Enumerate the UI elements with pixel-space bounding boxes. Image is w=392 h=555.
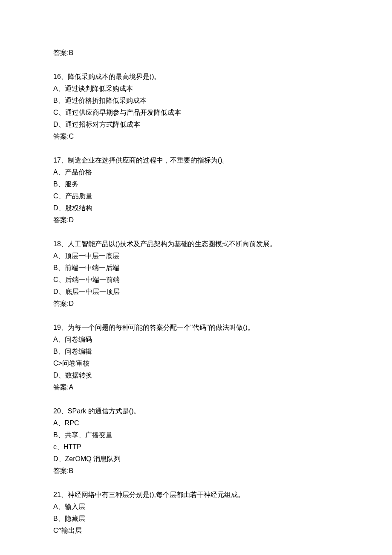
option-b: B、通过价格折扣降低采购成本 [53, 95, 339, 107]
option-c: C、后端一中端一前端 [53, 274, 339, 286]
option-c: C、通过供应商早期参与产品开发降低成本 [53, 107, 339, 119]
question-19: 19、为每一个问题的每种可能的答案分配一个"代码"的做法叫做()。 A、问卷编码… [53, 322, 339, 393]
question-text: 18、人工智能产品以()技术及产品架构为基础的生态圈模式不断向前发展。 [53, 238, 339, 250]
option-c: C>问卷审核 [53, 357, 339, 369]
option-c: C、产品质量 [53, 190, 339, 202]
answer-text: 答案:D [53, 298, 339, 310]
option-b: B、问卷编辑 [53, 346, 339, 357]
option-d: D、数据转换 [53, 369, 339, 381]
option-a: A、RPC [53, 417, 339, 429]
question-20: 20、SPark 的通信方式是()。 A、RPC B、共享、广播变量 c、HTT… [53, 405, 339, 477]
answer-text: 答案:A [53, 381, 339, 393]
option-a: A、通过谈判降低采购成本 [53, 83, 339, 95]
option-d: D、通过招标对方式降低成本 [53, 119, 339, 131]
question-text: 19、为每一个问题的每种可能的答案分配一个"代码"的做法叫做()。 [53, 322, 339, 334]
question-text: 17、制造企业在选择供应商的过程中，不重要的指标为()。 [53, 154, 339, 166]
option-d: D、ZerOMQ 消息队列 [53, 453, 339, 465]
option-d: D、股权结构 [53, 202, 339, 214]
orphan-answer-text: 答案:B [53, 47, 339, 59]
option-a: A、产品价格 [53, 166, 339, 178]
question-21: 21、神经网络中有三种层分别是(),每个层都由若干神经元组成。 A、输入层 B、… [53, 489, 339, 537]
question-16: 16、降低采购成本的最高境界是()。 A、通过谈判降低采购成本 B、通过价格折扣… [53, 71, 339, 142]
option-c: C^输出层 [53, 525, 339, 537]
option-a: A、顶层一中层一底层 [53, 250, 339, 262]
option-b: B、隐藏层 [53, 513, 339, 525]
option-a: A、问卷编码 [53, 334, 339, 346]
option-b: B、共享、广播变量 [53, 429, 339, 441]
option-b: B、服务 [53, 178, 339, 190]
question-text: 16、降低采购成本的最高境界是()。 [53, 71, 339, 83]
option-c: c、HTTP [53, 441, 339, 453]
question-text: 21、神经网络中有三种层分别是(),每个层都由若干神经元组成。 [53, 489, 339, 501]
option-b: B、前端一中端一后端 [53, 262, 339, 274]
question-17: 17、制造企业在选择供应商的过程中，不重要的指标为()。 A、产品价格 B、服务… [53, 154, 339, 226]
question-18: 18、人工智能产品以()技术及产品架构为基础的生态圈模式不断向前发展。 A、顶层… [53, 238, 339, 310]
question-text: 20、SPark 的通信方式是()。 [53, 405, 339, 417]
answer-text: 答案:B [53, 465, 339, 477]
answer-text: 答案:C [53, 131, 339, 142]
answer-text: 答案:D [53, 214, 339, 226]
option-a: A、输入层 [53, 501, 339, 513]
option-d: D、底层一中层一顶层 [53, 286, 339, 298]
